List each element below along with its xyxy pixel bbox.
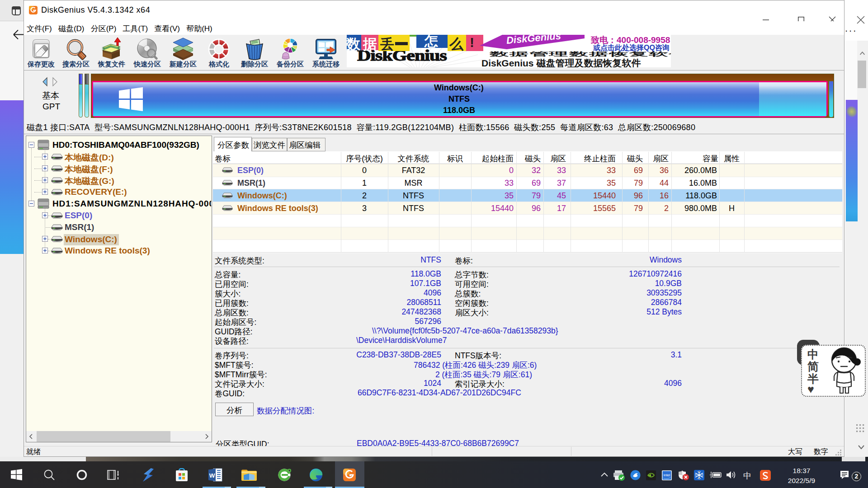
svg-text:intel: intel [664,473,670,477]
svg-text:W: W [209,472,215,479]
